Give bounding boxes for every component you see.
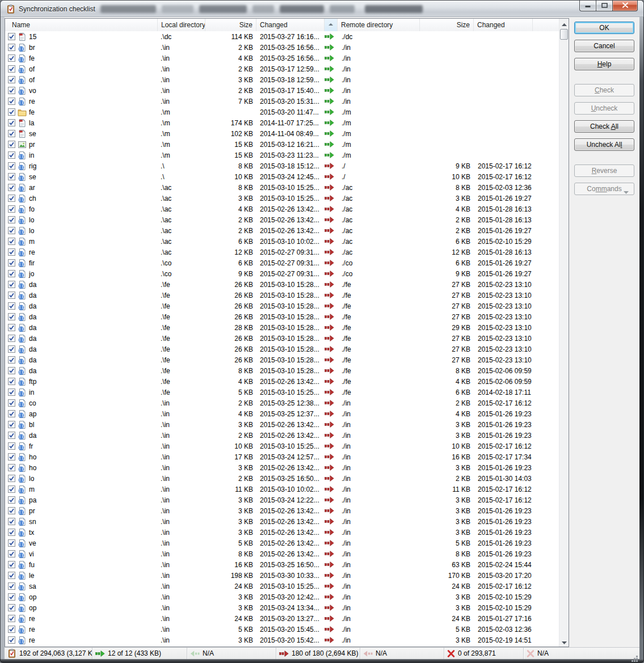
row-checkbox[interactable] bbox=[5, 141, 18, 148]
table-row[interactable]: rig.\8 KB2015-03-18 15:12..../9 KB2015-0… bbox=[5, 161, 559, 171]
column-header-remote-directory[interactable]: Remote directory bbox=[338, 19, 420, 31]
table-row[interactable]: re.\in7 KB2015-03-20 15:31..../in bbox=[5, 96, 559, 107]
row-checkbox[interactable] bbox=[5, 173, 18, 180]
table-row[interactable]: op.\in3 KB2015-03-20 12:42..../in3 KB201… bbox=[5, 592, 559, 602]
table-row[interactable]: tx.\in3 KB2015-02-26 13:42..../in3 KB201… bbox=[5, 527, 559, 538]
row-checkbox[interactable] bbox=[5, 636, 18, 644]
row-checkbox[interactable] bbox=[5, 335, 18, 342]
table-row[interactable]: op.\in3 KB2015-03-24 13:34..../in3 KB201… bbox=[5, 602, 559, 613]
table-row[interactable]: in.\m15 KB2015-03-23 11:23..../m bbox=[5, 150, 559, 161]
table-row[interactable]: 15.\dc114 KB2015-03-27 16:16..../dc bbox=[5, 31, 559, 42]
row-checkbox[interactable] bbox=[5, 432, 18, 439]
row-checkbox[interactable] bbox=[5, 65, 18, 73]
table-row[interactable]: fo.\ac4 KB2015-02-26 13:42..../ac4 KB201… bbox=[5, 204, 559, 214]
row-checkbox[interactable] bbox=[5, 388, 18, 396]
row-checkbox[interactable] bbox=[5, 227, 18, 234]
table-row[interactable]: lo.\in2 KB2015-03-25 16:50..../in2 KB201… bbox=[5, 473, 559, 484]
table-row[interactable]: se.\m102 KB2014-11-04 08:49..../m bbox=[5, 128, 559, 139]
row-checkbox[interactable] bbox=[5, 259, 18, 267]
row-checkbox[interactable] bbox=[5, 539, 18, 547]
row-checkbox[interactable] bbox=[5, 248, 18, 256]
table-row[interactable]: vi.\in8 KB2015-02-26 13:42..../in8 KB201… bbox=[5, 548, 559, 559]
row-checkbox[interactable] bbox=[5, 151, 18, 159]
row-checkbox[interactable] bbox=[5, 87, 18, 94]
column-header-remote-changed[interactable]: Changed bbox=[474, 19, 533, 31]
check-all-button[interactable]: Check All bbox=[574, 120, 634, 133]
row-checkbox[interactable] bbox=[5, 421, 18, 428]
table-row[interactable]: da.\fe26 KB2015-03-10 15:28..../fe27 KB2… bbox=[5, 290, 559, 301]
column-header-local-directory[interactable]: Local directory bbox=[158, 19, 205, 31]
row-checkbox[interactable] bbox=[5, 550, 18, 558]
table-row[interactable]: da.\fe26 KB2015-03-10 15:28..../fe27 KB2… bbox=[5, 333, 559, 344]
row-checkbox[interactable] bbox=[5, 410, 18, 417]
table-row[interactable]: le.\in198 KB2015-03-30 10:33..../in170 K… bbox=[5, 570, 559, 581]
row-checkbox[interactable] bbox=[5, 442, 18, 450]
row-checkbox[interactable] bbox=[5, 507, 18, 514]
scroll-down-button[interactable] bbox=[559, 637, 569, 647]
row-checkbox[interactable] bbox=[5, 582, 18, 590]
table-row[interactable]: fu.\in16 KB2015-03-25 16:50..../in63 KB2… bbox=[5, 559, 559, 570]
row-checkbox[interactable] bbox=[5, 238, 18, 245]
maximize-button[interactable] bbox=[596, 1, 612, 11]
column-header-local-size[interactable]: Size bbox=[205, 19, 256, 31]
scrollbar-thumb[interactable] bbox=[560, 29, 568, 40]
table-row[interactable]: of.\in3 KB2015-03-18 12:59..../in bbox=[5, 74, 559, 85]
table-row[interactable]: jo.\co9 KB2015-02-27 09:31..../co9 KB201… bbox=[5, 268, 559, 279]
row-checkbox[interactable] bbox=[5, 54, 18, 62]
table-row[interactable]: da.\fe26 KB2015-03-10 15:28..../fe27 KB2… bbox=[5, 354, 559, 365]
row-checkbox[interactable] bbox=[5, 572, 18, 579]
row-checkbox[interactable] bbox=[5, 119, 18, 126]
column-header-direction-sorted[interactable] bbox=[325, 19, 338, 31]
scroll-up-button[interactable] bbox=[559, 19, 569, 28]
row-checkbox[interactable] bbox=[5, 292, 18, 299]
row-checkbox[interactable] bbox=[5, 130, 18, 137]
ok-button[interactable]: OK bbox=[574, 22, 634, 34]
row-checkbox[interactable] bbox=[5, 205, 18, 213]
row-checkbox[interactable] bbox=[5, 33, 18, 40]
table-row[interactable]: pr.\in3 KB2015-02-26 13:42..../in3 KB201… bbox=[5, 505, 559, 516]
row-checkbox[interactable] bbox=[5, 76, 18, 83]
row-checkbox[interactable] bbox=[5, 529, 18, 536]
row-checkbox[interactable] bbox=[5, 44, 18, 51]
table-row[interactable]: se.\10 KB2015-03-24 12:45..../10 KB2015-… bbox=[5, 171, 559, 182]
close-button[interactable] bbox=[612, 1, 638, 11]
row-checkbox[interactable] bbox=[5, 216, 18, 223]
table-row[interactable]: da.\fe26 KB2015-03-10 15:28..../fe27 KB2… bbox=[5, 344, 559, 354]
row-checkbox[interactable] bbox=[5, 561, 18, 568]
table-row[interactable]: lo.\ac2 KB2015-02-26 13:42..../ac2 KB201… bbox=[5, 214, 559, 225]
table-row[interactable]: fe.\m2015-03-20 11:47..../m bbox=[5, 107, 559, 117]
table-row[interactable]: ho.\in17 KB2015-03-24 12:57..../in16 KB2… bbox=[5, 451, 559, 462]
row-checkbox[interactable] bbox=[5, 464, 18, 471]
uncheck-all-button[interactable]: Uncheck All bbox=[574, 138, 634, 151]
row-checkbox[interactable] bbox=[5, 345, 18, 353]
row-checkbox[interactable] bbox=[5, 399, 18, 407]
row-checkbox[interactable] bbox=[5, 270, 18, 277]
row-checkbox[interactable] bbox=[5, 281, 18, 288]
row-checkbox[interactable] bbox=[5, 485, 18, 493]
column-header-remote-size[interactable]: Size bbox=[420, 19, 474, 31]
table-row[interactable]: m.\in11 KB2015-03-10 10:02..../in11 KB20… bbox=[5, 484, 559, 495]
row-checkbox[interactable] bbox=[5, 378, 18, 385]
vertical-scrollbar[interactable] bbox=[559, 19, 569, 647]
table-row[interactable]: fe.\in4 KB2015-03-25 16:56..../in bbox=[5, 53, 559, 64]
table-row[interactable]: fir.\co6 KB2015-02-27 09:31..../co6 KB20… bbox=[5, 257, 559, 268]
table-row[interactable]: lo.\ac2 KB2015-02-26 13:42..../ac2 KB201… bbox=[5, 225, 559, 236]
table-row[interactable]: sn.\in3 KB2015-02-26 13:42..../in3 KB201… bbox=[5, 516, 559, 527]
table-row[interactable]: re.\in24 KB2015-03-20 13:27..../in24 KB2… bbox=[5, 613, 559, 624]
table-row[interactable]: da.\fe26 KB2015-03-10 15:28..../fe27 KB2… bbox=[5, 279, 559, 290]
row-checkbox[interactable] bbox=[5, 496, 18, 504]
column-header-local-changed[interactable]: Changed bbox=[256, 19, 325, 31]
table-row[interactable]: co.\in2 KB2015-03-25 12:38..../in2 KB201… bbox=[5, 398, 559, 408]
row-checkbox[interactable] bbox=[5, 195, 18, 202]
table-row[interactable]: da.\fe8 KB2015-03-10 15:28..../fe8 KB201… bbox=[5, 365, 559, 376]
column-header-name[interactable]: Name bbox=[5, 19, 158, 31]
row-checkbox[interactable] bbox=[5, 184, 18, 191]
table-row[interactable]: of.\in2 KB2015-03-17 12:59..../in bbox=[5, 64, 559, 74]
row-checkbox[interactable] bbox=[5, 108, 18, 116]
table-row[interactable]: la.\m174 KB2014-11-07 17:25..../m bbox=[5, 117, 559, 128]
table-row[interactable]: in.\fe5 KB2015-03-10 15:25..../fe6 KB201… bbox=[5, 387, 559, 398]
table-row[interactable]: ftp.\fe4 KB2015-02-26 13:42..../fe4 KB20… bbox=[5, 376, 559, 387]
row-checkbox[interactable] bbox=[5, 356, 18, 364]
table-row[interactable]: bl.\in3 KB2015-02-26 13:42..../in3 KB201… bbox=[5, 419, 559, 430]
table-row[interactable]: vo.\in2 KB2015-03-17 15:40..../in bbox=[5, 85, 559, 96]
